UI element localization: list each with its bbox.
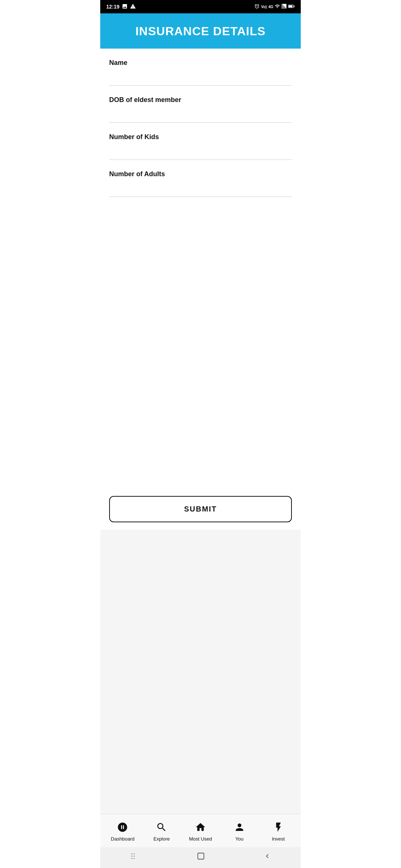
svg-rect-7: [133, 854, 133, 854]
dashboard-icon: [117, 822, 128, 835]
svg-rect-12: [134, 858, 135, 859]
back-button[interactable]: [263, 852, 271, 862]
submit-button[interactable]: SUBMIT: [109, 496, 292, 522]
insurance-form: Name DOB of eldest member Number of Kids…: [100, 49, 301, 481]
svg-rect-4: [131, 854, 132, 854]
kids-input[interactable]: [109, 141, 292, 154]
you-label: You: [235, 836, 244, 842]
svg-rect-10: [134, 854, 135, 854]
svg-rect-9: [133, 858, 133, 859]
battery-icon: [288, 4, 295, 9]
dashboard-label: Dashboard: [111, 836, 135, 842]
status-left: 12:19: [106, 3, 136, 10]
system-navigation-bar: [100, 847, 301, 868]
signal-icon: [275, 4, 280, 10]
dob-label: DOB of eldest member: [109, 96, 292, 104]
status-right: Vo) 4G: [254, 4, 295, 10]
svg-rect-6: [131, 858, 132, 859]
you-icon: [234, 822, 245, 835]
volte-icon: Vo): [261, 5, 267, 9]
adults-field-container: Number of Adults: [109, 160, 292, 197]
nav-item-dashboard[interactable]: Dashboard: [108, 822, 137, 842]
kids-label: Number of Kids: [109, 133, 292, 141]
nav-item-invest[interactable]: Invest: [264, 822, 293, 842]
home-button[interactable]: [197, 852, 205, 862]
status-bar: 12:19 Vo) 4G: [100, 0, 301, 13]
name-field-container: Name: [109, 49, 292, 86]
status-time: 12:19: [106, 4, 120, 10]
page-header: INSURANCE DETAILS: [100, 13, 301, 49]
dob-field-container: DOB of eldest member: [109, 86, 292, 123]
r-signal-icon: [281, 4, 287, 10]
kids-field-container: Number of Kids: [109, 123, 292, 160]
dob-input[interactable]: [109, 104, 292, 116]
adults-label: Number of Adults: [109, 170, 292, 178]
svg-rect-2: [294, 6, 294, 7]
recent-apps-button[interactable]: [130, 852, 138, 862]
svg-rect-1: [288, 5, 293, 7]
mostused-icon: [195, 822, 206, 835]
page-title: INSURANCE DETAILS: [108, 24, 293, 38]
lte-icon: 4G: [268, 5, 273, 9]
svg-rect-5: [131, 856, 132, 857]
photo-icon: [122, 3, 128, 10]
warning-icon: [130, 3, 136, 10]
svg-rect-13: [198, 853, 204, 859]
explore-label: Explore: [153, 836, 170, 842]
name-label: Name: [109, 59, 292, 67]
invest-label: Invest: [272, 836, 285, 842]
invest-icon: [273, 822, 284, 835]
nav-item-mostused[interactable]: Most Used: [186, 822, 215, 842]
nav-item-explore[interactable]: Explore: [147, 822, 176, 842]
svg-rect-8: [133, 856, 133, 857]
adults-input[interactable]: [109, 178, 292, 191]
submit-section: SUBMIT: [100, 481, 301, 530]
explore-icon: [156, 822, 167, 835]
alarm-icon: [254, 4, 260, 10]
content-spacer: [100, 530, 301, 814]
name-input[interactable]: [109, 67, 292, 79]
nav-item-you[interactable]: You: [225, 822, 254, 842]
bottom-navigation: Dashboard Explore Most Used You: [100, 814, 301, 847]
mostused-label: Most Used: [189, 836, 212, 842]
svg-rect-11: [134, 856, 135, 857]
